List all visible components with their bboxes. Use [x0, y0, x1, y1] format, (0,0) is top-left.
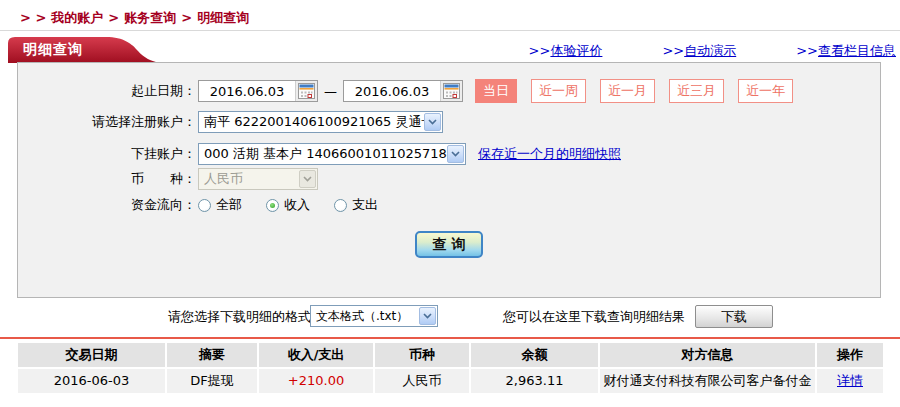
date-range-row: 起止日期： — — [18, 79, 880, 103]
date-separator: — — [324, 84, 337, 99]
table-header: 交易日期 摘要 收入/支出 币种 余额 对方信息 操作 — [18, 343, 883, 367]
download-hint: 您可以在这里下载查询明细结果 — [503, 308, 685, 326]
breadcrumb-separator: > — [108, 10, 119, 25]
currency-select-value: 人民币 — [199, 170, 299, 188]
tab-detail-query[interactable]: 明细查询 — [8, 37, 160, 63]
column-header-summary: 摘要 — [167, 343, 257, 367]
flow-radio-all-label: 全部 — [216, 196, 242, 214]
cell-counterparty: 财付通支付科技有限公司客户备付金 — [600, 369, 815, 393]
chevron-down-icon — [424, 113, 441, 131]
link-arrow: >> — [796, 43, 818, 58]
query-form: 起止日期： — — [17, 62, 881, 298]
quick-range-year-button[interactable]: 近一年 — [738, 79, 793, 103]
cell-balance: 2,963.11 — [471, 369, 598, 393]
column-header-date: 交易日期 — [18, 343, 165, 367]
download-button[interactable]: 下载 — [695, 305, 773, 328]
breadcrumb-separator: > — [181, 10, 192, 25]
breadcrumb-item-my-account[interactable]: 我的账户 — [51, 10, 103, 25]
column-header-action: 操作 — [817, 343, 883, 367]
link-label: 自动演示 — [684, 43, 736, 58]
account-select[interactable]: 南平 6222001406100921065 灵通卡 — [198, 111, 443, 133]
link-auto-demo[interactable]: >>自动演示 — [662, 42, 736, 60]
link-experience-rating[interactable]: >>体验评价 — [529, 42, 603, 60]
quick-range-quarter-button[interactable]: 近三月 — [669, 79, 724, 103]
date-from-field — [198, 80, 318, 102]
date-to-field — [343, 80, 463, 102]
query-button-row: 查 询 — [18, 231, 880, 258]
currency-select: 人民币 — [198, 168, 318, 190]
cell-summary: DF提现 — [167, 369, 257, 393]
download-format-value: 文本格式（.txt） — [311, 308, 419, 325]
download-row: 请您选择下载明细的格式 文本格式（.txt） 您可以在这里下载查询明细结果 下载 — [0, 302, 900, 330]
quick-range-month-button[interactable]: 近一月 — [600, 79, 655, 103]
column-header-amount: 收入/支出 — [259, 343, 373, 367]
calendar-icon[interactable] — [440, 81, 462, 101]
breadcrumb-item-detail-query: 明细查询 — [197, 10, 249, 25]
query-button[interactable]: 查 询 — [415, 231, 483, 258]
account-select-value: 南平 6222001406100921065 灵通卡 — [199, 113, 424, 131]
link-label: 体验评价 — [550, 43, 602, 58]
red-divider — [0, 337, 900, 339]
sub-account-label: 下挂账户： — [18, 145, 196, 163]
radio-checked-icon — [266, 199, 279, 212]
link-arrow: >> — [662, 43, 684, 58]
table-row: 2016-06-03 DF提现 +210.00 人民币 2,963.11 财付通… — [18, 369, 883, 393]
currency-row: 币 种： 人民币 — [18, 168, 880, 190]
column-header-counterparty: 对方信息 — [600, 343, 815, 367]
chevron-down-icon — [299, 170, 316, 188]
account-row: 请选择注册账户： 南平 6222001406100921065 灵通卡 — [18, 111, 880, 133]
results-table: 交易日期 摘要 收入/支出 币种 余额 对方信息 操作 2016-06-03 D… — [18, 343, 883, 393]
breadcrumb: > >我的账户>账务查询>明细查询 — [20, 9, 254, 27]
breadcrumb-prefix: > > — [20, 10, 46, 25]
quick-range-today-button[interactable]: 当日 — [475, 79, 517, 103]
quick-range-week-button[interactable]: 近一周 — [531, 79, 586, 103]
radio-icon — [334, 199, 347, 212]
cell-date: 2016-06-03 — [18, 369, 165, 393]
flow-row: 资金流向： 全部 收入 支出 — [18, 196, 880, 214]
download-format-label: 请您选择下载明细的格式 — [168, 308, 311, 326]
flow-radio-all[interactable]: 全部 — [198, 196, 242, 214]
flow-radio-expense-label: 支出 — [352, 196, 378, 214]
date-from-input[interactable] — [199, 81, 295, 101]
tab-label: 明细查询 — [23, 41, 83, 59]
detail-link[interactable]: 详情 — [837, 373, 863, 388]
download-format-select[interactable]: 文本格式（.txt） — [310, 305, 438, 327]
date-to-input[interactable] — [344, 81, 440, 101]
radio-icon — [198, 199, 211, 212]
account-label: 请选择注册账户： — [18, 113, 196, 131]
divider — [0, 30, 900, 31]
currency-label: 币 种： — [18, 170, 196, 188]
header-links: >>体验评价 >>自动演示 >>查看栏目信息 — [529, 42, 896, 60]
sub-account-select-value: 000 活期 基本户 1406600101102571848 — [199, 145, 447, 163]
column-header-balance: 余额 — [471, 343, 598, 367]
flow-radio-income-label: 收入 — [284, 196, 310, 214]
link-label: 查看栏目信息 — [818, 43, 896, 58]
column-header-currency: 币种 — [375, 343, 469, 367]
date-range-label: 起止日期： — [18, 82, 196, 100]
flow-radio-income[interactable]: 收入 — [266, 196, 310, 214]
cell-amount: +210.00 — [259, 369, 373, 393]
cell-currency: 人民币 — [375, 369, 469, 393]
snapshot-link[interactable]: 保存近一个月的明细快照 — [478, 145, 621, 163]
breadcrumb-item-account-query[interactable]: 账务查询 — [124, 10, 176, 25]
link-view-column-info[interactable]: >>查看栏目信息 — [796, 42, 896, 60]
calendar-icon[interactable] — [295, 81, 317, 101]
chevron-down-icon — [419, 307, 436, 325]
sub-account-row: 下挂账户： 000 活期 基本户 1406600101102571848 保存近… — [18, 143, 880, 165]
flow-radio-expense[interactable]: 支出 — [334, 196, 378, 214]
chevron-down-icon — [447, 145, 464, 163]
flow-label: 资金流向： — [18, 196, 196, 214]
sub-account-select[interactable]: 000 活期 基本户 1406600101102571848 — [198, 143, 466, 165]
cell-action: 详情 — [817, 369, 883, 393]
link-arrow: >> — [529, 43, 551, 58]
